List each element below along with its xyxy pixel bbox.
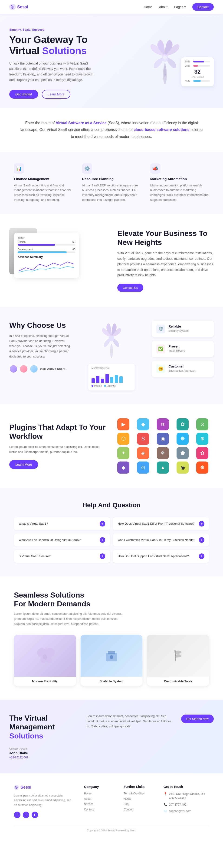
nav-pages[interactable]: Pages ▾ [174,5,186,9]
why-card-proven-text: Proven Track Record [168,344,185,352]
plugin-icon-2: ≋ [157,418,169,430]
facebook-icon[interactable]: f [14,812,21,818]
elevate-visual: Today Design 65 Development 85 Advance S… [9,228,79,293]
footer-link-home[interactable]: Home [84,792,114,795]
bar-7 [119,376,123,383]
seamless-card-2-image [147,635,209,677]
faq-grid: What Is Virtual SaaS? + How Does Virtual… [14,517,209,563]
plugin-icon-16: ⊙ [137,462,149,473]
contact-person-label: Contact Person [9,747,73,750]
footer-link-contact[interactable]: Contact [84,808,114,811]
bar-6 [115,375,118,383]
footer-link-faq[interactable]: Faq [124,803,154,806]
proven-icon: ✅ [156,344,165,353]
plugins-grid: ▶ ◆ ≋ ✿ ⊙ ⬡ S ◉ ❋ ⊕ ✦ ◈ ❖ ⬟ ✿ ◆ ⊙ ▲ ◉ ❋ [117,418,214,473]
nav-contact-button[interactable]: Contact [192,3,214,11]
plugins-description: Lorem ipsum dolor sit amet, consectetur … [9,444,106,455]
footer-description: Lorem ipsum dolor sit amet, consectetur … [14,793,75,807]
plugin-icon-10: ✦ [117,447,130,459]
feature-resource-title: Resource Planning [82,177,141,181]
bar-4 [106,374,109,383]
email-icon: ✉️ [164,809,167,813]
mini-bar-chart [91,371,132,383]
why-avatars: 9.8K Active Users [9,365,71,373]
feature-finance-title: Finance Management [14,177,73,181]
social-icons: f t ▶ [14,812,75,818]
plugins-learn-more-button[interactable]: Learn More [9,460,38,469]
footer-link-news[interactable]: News [124,797,154,801]
plugin-icon-0: ▶ [117,418,130,430]
hero-right: 65% 28% 32 Total project 45% [116,38,214,89]
faq-item-1[interactable]: How Does Virtual SaaS Differ From Tradit… [113,517,209,530]
feature-marketing-desc: Marketing automation platforms enable bu… [150,183,209,203]
get-started-now-button[interactable]: Get Started Now [181,715,214,723]
seamless-description: Lorem ipsum dolor sit amet, consectetur … [14,611,126,626]
svg-point-8 [43,654,47,660]
elevate-contact-button[interactable]: Contact Us [117,284,143,292]
youtube-icon[interactable]: ▶ [32,812,38,818]
seamless-section: Seamless Solutions For Modern Demands Lo… [0,577,223,700]
elevate-section: Today Design 65 Development 85 Advance S… [0,214,223,307]
footer-link-contact2[interactable]: Contact [124,808,154,811]
elevate-description: With Virtual SaaS, gone are the days of … [117,250,214,278]
why-left: Why Choose Us In a sea of options, selec… [9,321,71,375]
bar-3 [101,379,104,383]
footer-link-about[interactable]: About [84,797,114,801]
stat-row-2: 28% [185,64,210,67]
twitter-icon[interactable]: t [23,812,29,818]
get-started-button[interactable]: Get Started [9,90,38,99]
customer-icon: 😊 [156,365,165,373]
plugin-icon-19: ❋ [196,462,208,473]
faq-item-0[interactable]: What Is Virtual SaaS? + [14,517,110,530]
svg-point-6 [110,344,113,358]
footer-contact-title: Get In Touch [164,785,209,788]
plugin-icon-1: ◆ [137,418,149,430]
svg-point-13 [16,786,17,788]
why-center: Monthly Revenue Income Expense [81,321,143,391]
plugin-icon-15: ◆ [117,462,130,473]
nav-home[interactable]: Home [144,5,152,9]
hero-left: Simplify. Scale. Succeed Your Gateway To… [9,28,107,99]
navbar: Sessi Home About Pages ▾ Contact [0,0,223,14]
footer-link-terms[interactable]: Term & Condition [124,792,154,795]
hero-description: Unlock the potential of your business wi… [9,61,97,83]
plugin-icon-6: S [137,433,149,445]
plugins-right: ▶ ◆ ≋ ✿ ⊙ ⬡ S ◉ ❋ ⊕ ✦ ◈ ❖ ⬟ ✿ ◆ ⊙ ▲ ◉ ❋ [117,418,214,473]
footer-link-service[interactable]: Service [84,803,114,806]
management-right: Lorem ipsum dolor sit amet, consectetur … [87,714,214,729]
hero-title: Your Gateway To Virtual Solutions [9,34,107,57]
learn-more-button[interactable]: Learn More [42,90,71,99]
seamless-card-2-label: Customizable Tools [147,677,209,686]
faq-plus-0: + [100,521,105,527]
seamless-card-1: Scalable System [81,635,143,686]
footer-company-title: Company [84,785,114,788]
elevate-title: Elevate Your Business To New Heights [117,229,214,247]
nav-logo[interactable]: Sessi [9,4,28,10]
faq-item-5[interactable]: How Do I Get Support For Virtual SaaS Ap… [113,550,209,563]
why-card-proven: ✅ Proven Track Record [152,341,214,357]
why-card-reliable-text: Reliable Security System [168,324,189,333]
plugins-section: Plugins That Adapt To Your Workflow Lore… [0,404,223,488]
plugin-icon-7: ◉ [157,433,169,445]
faq-item-2[interactable]: What Are The Benefits Of Using Virtual S… [14,533,110,547]
chart-legend: Income Expense [91,385,132,387]
plugin-icon-5: ⬡ [117,433,130,445]
feature-resource: ⚙️ Resource Planning Virtual SaaS ERP so… [82,163,141,203]
why-chart-card: Monthly Revenue Income Expense [88,364,135,391]
why-section: Why Choose Us In a sea of options, selec… [0,307,223,404]
plugin-icon-12: ❖ [157,447,169,459]
feature-finance-desc: Virtual SaaS accounting and financial ma… [14,183,73,203]
bar-1 [91,378,95,383]
plugin-icon-17: ▲ [157,462,169,473]
faq-item-3[interactable]: Can I Customize Virtual SaaS To Fit My B… [113,533,209,547]
bar-2 [96,376,100,383]
footer-logo: Sessi [14,785,75,790]
seamless-cards: Modern Flexibility Scalable System Cus [14,635,209,686]
plugins-title: Plugins That Adapt To Your Workflow [9,423,106,441]
faq-item-4[interactable]: Is Virtual SaaS Secure? + [14,550,110,563]
why-right: 🛡️ Reliable Security System ✅ Proven Tra… [152,321,214,377]
bar-5 [110,377,113,383]
feature-finance: 📊 Finance Management Virtual SaaS accoun… [14,163,73,203]
why-flower-graphic [94,321,129,360]
nav-about[interactable]: About [159,5,167,9]
